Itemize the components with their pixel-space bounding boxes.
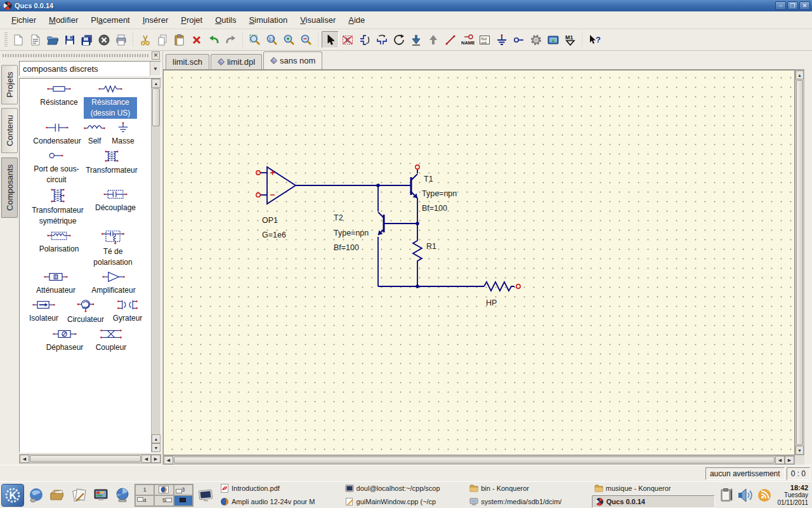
paste-icon[interactable] <box>171 31 188 48</box>
new-document-icon[interactable] <box>10 31 27 48</box>
schematic-resistor-hp[interactable] <box>484 282 520 291</box>
scroll-right-icon[interactable]: ▶ <box>785 456 794 464</box>
k-menu-button[interactable]: K <box>1 484 24 507</box>
pager-desktop-6-active[interactable] <box>174 495 193 506</box>
window-titlebar[interactable]: Qucs 0.0.14 − ❐ ✕ <box>0 0 812 11</box>
rotate-icon[interactable] <box>390 31 407 48</box>
redo-icon[interactable] <box>222 31 239 48</box>
menu-projet[interactable]: Projet <box>174 13 209 27</box>
close-button[interactable]: ✕ <box>799 1 810 10</box>
schematic-opamp[interactable] <box>256 167 296 204</box>
scroll-left-icon[interactable]: ◀ <box>141 455 151 463</box>
task-ampli-audio[interactable]: Ampli audio 12-24v pour M <box>218 495 341 508</box>
menu-placement[interactable]: Placement <box>84 13 136 27</box>
label-hp[interactable]: HP <box>486 298 497 307</box>
scroll-up-icon[interactable]: ▲ <box>796 70 804 79</box>
desktop-access-icon[interactable] <box>113 486 132 505</box>
chevron-down-icon[interactable]: ▼ <box>150 62 160 76</box>
component-coupleur[interactable]: Coupleur <box>90 328 132 353</box>
canvas-horizontal-scrollbar[interactable]: ◀ ◀ ▶ <box>163 455 795 465</box>
clock[interactable]: 18:42 Tuesday 01/11/2011 <box>777 484 811 507</box>
component-resistance-us[interactable]: Résistance (dessin US) <box>84 83 137 119</box>
insert-ground-icon[interactable] <box>493 31 510 48</box>
component-attenuateur[interactable]: Atténuateur <box>28 271 84 296</box>
label-t2[interactable]: T2 <box>334 213 343 222</box>
scroll-left-icon[interactable]: ◀ <box>20 455 29 463</box>
label-op1[interactable]: OP1 <box>262 216 278 225</box>
dock-handle[interactable]: ✕ <box>0 51 162 60</box>
zoom-fit-icon[interactable] <box>246 31 263 48</box>
undo-icon[interactable] <box>205 31 222 48</box>
pager-desktop-2[interactable] <box>154 485 173 495</box>
terminal-launcher-icon[interactable] <box>196 486 215 505</box>
schematic-transistor-t1[interactable] <box>411 165 419 223</box>
print-icon[interactable] <box>112 31 129 48</box>
tab-limit-dpl[interactable]: limit.dpl <box>211 54 262 69</box>
component-dephaseur[interactable]: Déphaseur <box>39 328 90 353</box>
dock-handle-grip[interactable] <box>3 54 149 57</box>
task-guimainwindow-cpp[interactable]: guiMainWindow.cpp (~/cp <box>343 495 466 508</box>
component-port-sous-circuit[interactable]: Port de sous-circuit <box>30 149 82 185</box>
component-decouplage[interactable]: Découplage <box>88 188 143 213</box>
menu-fichier[interactable]: Fichier <box>5 13 43 27</box>
scroll-left-icon[interactable]: ◀ <box>164 456 173 464</box>
label-t1-type[interactable]: Type=npn <box>422 189 457 198</box>
task-bin-konqueror[interactable]: bin - Konqueror <box>467 483 591 495</box>
new-text-document-icon[interactable] <box>27 31 44 48</box>
pager-desktop-3[interactable]: 3 <box>174 485 193 495</box>
task-terminal[interactable]: doul@localhost:~/cpp/scop <box>343 483 466 495</box>
pager-desktop-5[interactable]: 5 <box>154 495 173 506</box>
tab-contenu[interactable]: Contenu <box>1 108 18 153</box>
component-transformateur[interactable]: Transformateur <box>82 149 141 176</box>
notes-editor-icon[interactable] <box>70 486 89 505</box>
scrollbar-thumb[interactable] <box>30 455 141 462</box>
scroll-down-icon[interactable]: ▼ <box>152 443 160 452</box>
label-r1[interactable]: R1 <box>426 242 436 251</box>
klipper-clipboard-icon[interactable] <box>720 488 734 503</box>
zoom-out-icon[interactable] <box>298 31 315 48</box>
scroll-left-icon[interactable]: ◀ <box>775 456 785 464</box>
scrollbar-thumb[interactable] <box>152 88 160 126</box>
palette-horizontal-scrollbar[interactable]: ◀ ◀ ▶ <box>19 454 161 464</box>
restore-button[interactable]: ❐ <box>787 1 798 10</box>
task-musique-konqueror[interactable]: musique - Konqueror <box>592 483 716 495</box>
toolbar-handle[interactable] <box>4 32 8 48</box>
mirror-about-x-icon[interactable] <box>356 31 373 48</box>
dock-close-icon[interactable]: ✕ <box>152 51 160 60</box>
scroll-up-icon[interactable]: ▲ <box>152 79 160 88</box>
scroll-right-icon[interactable]: ▶ <box>151 455 160 463</box>
open-file-icon[interactable] <box>44 31 61 48</box>
schematic-resistor-r1[interactable] <box>413 241 422 263</box>
tab-sans-nom[interactable]: sans nom <box>263 51 322 69</box>
task-introduction-pdf[interactable]: Introduction.pdf <box>218 483 341 495</box>
zoom-in-icon[interactable] <box>280 31 298 48</box>
minimize-button[interactable]: − <box>775 1 786 10</box>
component-transformateur-symetrique[interactable]: Transformateur symétrique <box>28 188 88 227</box>
scrollbar-thumb[interactable] <box>796 80 803 445</box>
schematic-transistor-t2[interactable] <box>378 212 417 235</box>
component-condensateur[interactable]: Condensateur <box>32 121 82 147</box>
feed-notifier-icon[interactable] <box>757 488 772 503</box>
schematic-canvas[interactable]: OP1 G=1e6 T1 Type=npn Bf=100 T2 Type=npn… <box>163 70 795 455</box>
label-t2-type[interactable]: Type=npn <box>334 229 369 237</box>
component-palette[interactable]: Résistance Résistance (dessin US) Conden… <box>19 78 161 453</box>
component-polarisation[interactable]: Polarisation <box>32 229 86 255</box>
menu-aide[interactable]: Aide <box>342 13 371 27</box>
label-op1-gain[interactable]: G=1e6 <box>262 231 286 239</box>
menu-simulation[interactable]: Simulation <box>242 13 294 27</box>
whats-this-icon[interactable]: ? <box>586 31 603 48</box>
label-t2-bf[interactable]: Bf=100 <box>334 243 359 252</box>
copy-icon[interactable] <box>154 31 171 48</box>
insert-wire-icon[interactable] <box>442 31 459 48</box>
component-category-select[interactable]: composants discrets ▼ <box>19 61 161 76</box>
zoom-one-to-one-icon[interactable]: 1:1 <box>263 31 280 48</box>
tab-limit-sch[interactable]: limit.sch <box>166 54 209 69</box>
component-te-polarisation[interactable]: Té de polarisation <box>86 229 140 268</box>
label-t1[interactable]: T1 <box>424 175 433 184</box>
scrollbar-track[interactable] <box>152 127 160 434</box>
insert-equation-icon[interactable]: f(u)u+b <box>476 31 493 48</box>
cut-icon[interactable] <box>136 31 154 48</box>
select-tool-icon[interactable] <box>322 31 339 48</box>
delete-icon[interactable] <box>188 31 205 48</box>
component-amplificateur[interactable]: Amplificateur <box>84 271 143 296</box>
